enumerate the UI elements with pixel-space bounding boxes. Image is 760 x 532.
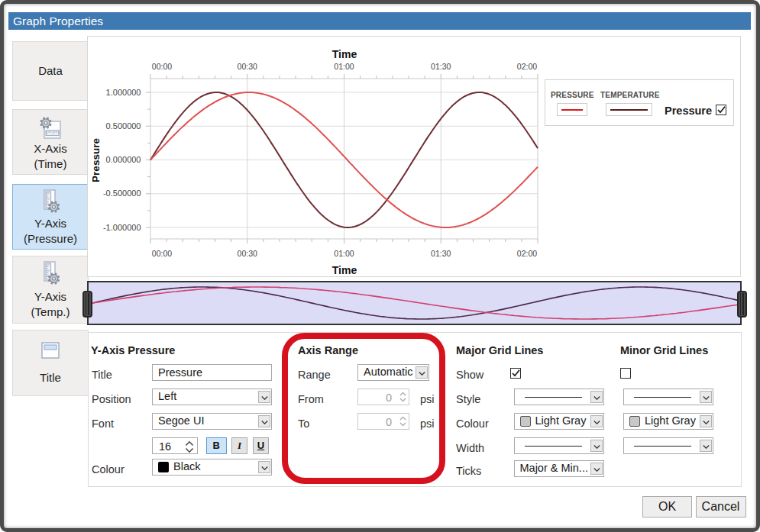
- svg-text:Pressure: Pressure: [90, 138, 102, 182]
- svg-text:00:30: 00:30: [238, 249, 257, 258]
- svg-text:01:30: 01:30: [431, 249, 451, 258]
- svg-text:00:00: 00:00: [152, 62, 172, 71]
- svg-text:1.000000: 1.000000: [106, 88, 141, 97]
- svg-text:-0.500000: -0.500000: [103, 189, 141, 198]
- svg-text:01:30: 01:30: [431, 62, 451, 71]
- svg-text:02:00: 02:00: [517, 249, 537, 258]
- svg-text:Time: Time: [332, 264, 357, 276]
- svg-text:0.500000: 0.500000: [106, 121, 141, 131]
- svg-text:00:00: 00:00: [152, 249, 172, 258]
- svg-text:Time: Time: [332, 48, 357, 60]
- svg-text:01:00: 01:00: [334, 249, 354, 258]
- svg-text:0.000000: 0.000000: [106, 155, 141, 164]
- svg-text:00:30: 00:30: [238, 62, 257, 71]
- svg-text:02:00: 02:00: [517, 62, 537, 71]
- svg-text:-1.000000: -1.000000: [103, 223, 141, 232]
- svg-text:01:00: 01:00: [334, 62, 354, 71]
